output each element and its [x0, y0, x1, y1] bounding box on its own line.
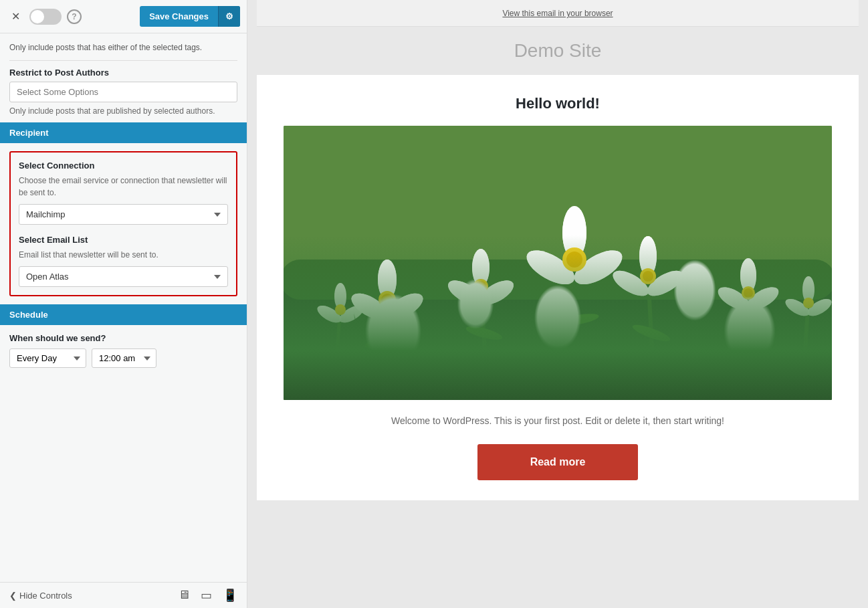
authors-label: Restrict to Post Authors	[9, 68, 237, 78]
close-button[interactable]: ✕	[7, 8, 24, 25]
svg-point-35	[476, 276, 517, 310]
svg-point-10	[363, 328, 405, 352]
bottom-bar: ❮ Hide Controls 🖥 ▭ 📱	[0, 582, 247, 608]
svg-point-64	[315, 302, 344, 326]
svg-line-5	[561, 253, 574, 400]
recipient-header: Recipient	[0, 122, 247, 143]
svg-point-17	[522, 243, 580, 291]
svg-point-44	[639, 236, 657, 276]
post-title: Hello world!	[284, 95, 832, 112]
svg-point-32	[476, 276, 517, 310]
svg-point-26	[347, 288, 391, 324]
svg-rect-1	[284, 273, 832, 400]
connection-select[interactable]: Mailchimp SendGrid Mailgun	[19, 204, 228, 225]
schedule-section: When should we send? Every Day Every Wee…	[9, 333, 237, 368]
connection-label: Select Connection	[19, 161, 228, 171]
left-panel: ✕ ? Save Changes ⚙ Only include posts th…	[0, 0, 247, 608]
post-image	[284, 126, 832, 400]
svg-point-31	[472, 249, 490, 286]
save-gear-icon: ⚙	[218, 6, 240, 27]
frequency-select[interactable]: Every Day Every Week Every Month	[9, 348, 86, 368]
desktop-icon[interactable]: 🖥	[178, 588, 190, 603]
svg-point-19	[569, 243, 627, 291]
bottom-icons: 🖥 ▭ 📱	[178, 588, 237, 603]
schedule-row: Every Day Every Week Every Month 12:00 a…	[9, 348, 237, 368]
authors-input[interactable]	[9, 82, 237, 102]
schedule-header: Schedule	[0, 304, 247, 325]
divider-1	[9, 60, 237, 61]
svg-point-58	[783, 296, 812, 320]
email-container: View this email in your browser Demo Sit…	[257, 0, 859, 500]
tablet-icon[interactable]: ▭	[201, 588, 212, 603]
svg-line-4	[481, 280, 487, 400]
svg-rect-2	[284, 260, 832, 300]
svg-rect-0	[284, 126, 832, 400]
svg-point-61	[334, 283, 346, 310]
svg-point-18	[522, 243, 580, 291]
svg-line-8	[802, 300, 808, 400]
read-more-button[interactable]: Read more	[477, 444, 638, 480]
svg-point-13	[631, 322, 671, 344]
svg-point-42	[609, 266, 653, 301]
chevron-left-icon: ❮	[9, 591, 17, 601]
email-body: Hello world!	[257, 75, 859, 500]
recipient-box: Select Connection Choose the email servi…	[9, 151, 237, 296]
svg-point-38	[475, 281, 486, 292]
svg-point-56	[805, 296, 832, 320]
save-button[interactable]: Save Changes ⚙	[140, 6, 240, 27]
svg-point-37	[473, 279, 488, 294]
help-icon[interactable]: ?	[67, 9, 82, 24]
svg-point-47	[740, 258, 756, 293]
svg-point-62	[337, 302, 366, 326]
mobile-icon[interactable]: 📱	[223, 588, 237, 603]
tags-description: Only include posts that has either of th…	[9, 41, 237, 54]
svg-point-20	[562, 206, 586, 260]
post-image-svg	[284, 126, 832, 400]
svg-point-11	[465, 324, 504, 342]
svg-point-28	[378, 260, 397, 300]
toggle-switch[interactable]	[29, 9, 62, 25]
svg-line-9	[334, 306, 340, 400]
svg-point-59	[805, 296, 832, 320]
panel-content: Only include posts that has either of th…	[0, 33, 247, 582]
svg-point-27	[383, 288, 427, 324]
svg-point-24	[383, 288, 427, 324]
svg-point-14	[729, 330, 768, 349]
post-description: Welcome to WordPress. This is your first…	[284, 413, 832, 428]
svg-point-66	[335, 304, 346, 315]
svg-point-52	[740, 258, 756, 293]
svg-point-65	[337, 302, 366, 326]
svg-point-34	[444, 276, 485, 310]
svg-point-33	[444, 276, 485, 310]
svg-point-41	[609, 266, 653, 301]
svg-line-3	[381, 293, 387, 400]
when-label: When should we send?	[9, 333, 237, 343]
svg-line-7	[735, 286, 748, 400]
svg-point-39	[639, 236, 657, 276]
hide-controls-label: Hide Controls	[19, 591, 72, 601]
svg-point-46	[643, 271, 653, 282]
svg-point-21	[562, 247, 586, 272]
top-bar: ✕ ? Save Changes ⚙	[0, 0, 247, 33]
svg-point-60	[803, 298, 814, 308]
time-select[interactable]: 12:00 am 1:00 am 6:00 am 12:00 pm	[92, 348, 156, 368]
svg-point-51	[744, 283, 782, 314]
connection-description: Choose the email service or connection t…	[19, 175, 228, 199]
svg-point-54	[744, 288, 753, 298]
right-panel: View this email in your browser Demo Sit…	[247, 0, 868, 608]
svg-point-48	[744, 283, 782, 314]
svg-point-15	[562, 206, 586, 260]
email-list-select[interactable]: Open Atlas Main List Test List	[19, 266, 228, 287]
email-list-label: Select Email List	[19, 235, 228, 245]
help-icon-label: ?	[72, 12, 76, 21]
close-icon: ✕	[11, 10, 20, 23]
svg-point-16	[569, 243, 627, 291]
svg-point-30	[381, 294, 393, 306]
hide-controls-button[interactable]: ❮ Hide Controls	[9, 591, 72, 601]
svg-point-57	[783, 296, 812, 320]
email-list-description: Email list that newsletter will be sent …	[19, 249, 228, 261]
svg-point-12	[556, 312, 599, 328]
svg-point-29	[378, 291, 396, 308]
view-in-browser-link[interactable]: View this email in your browser	[502, 9, 613, 18]
authors-description: Only include posts that are published by…	[9, 105, 237, 117]
